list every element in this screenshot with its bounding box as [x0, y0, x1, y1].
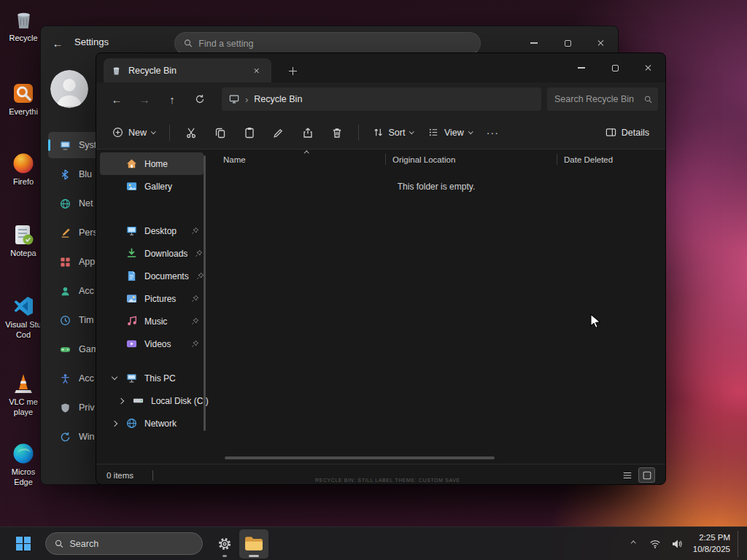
- explorer-sidebar: Home Gallery Desktop Downloads: [96, 149, 207, 464]
- gaming-icon: [60, 344, 71, 355]
- view-button[interactable]: View: [421, 120, 479, 145]
- tray-volume-button[interactable]: [667, 531, 687, 557]
- desktop-icon-label: Micros Edge: [12, 467, 35, 488]
- details-pane-icon: [605, 127, 616, 138]
- sidebar-item-pictures[interactable]: Pictures: [100, 287, 204, 310]
- user-avatar[interactable]: [50, 70, 88, 108]
- personalization-icon: [60, 228, 71, 238]
- nav-label: Syst: [79, 140, 96, 150]
- new-tab-button[interactable]: [283, 62, 302, 79]
- horizontal-scrollbar[interactable]: [225, 456, 495, 459]
- sidebar-item-gallery[interactable]: Gallery: [100, 175, 204, 198]
- sidebar-scrollbar[interactable]: [204, 155, 206, 431]
- up-button[interactable]: ↑: [159, 88, 185, 111]
- sidebar-item-music[interactable]: Music: [100, 310, 204, 332]
- explorer-file-area[interactable]: Name Original Location Date Deleted This…: [207, 149, 665, 464]
- explorer-close-button[interactable]: [632, 53, 665, 82]
- delete-button[interactable]: [322, 120, 352, 145]
- column-header-name[interactable]: Name: [223, 155, 385, 164]
- documents-icon: [126, 271, 137, 281]
- settings-search-input[interactable]: [198, 39, 471, 49]
- sidebar-item-documents[interactable]: Documents: [100, 265, 204, 287]
- sidebar-item-home[interactable]: Home: [100, 152, 204, 175]
- nav-label: Acc: [79, 373, 94, 384]
- desktop-icon-firefox[interactable]: Firefo: [1, 152, 45, 187]
- taskbar-settings-button[interactable]: [210, 529, 239, 559]
- start-button[interactable]: [9, 529, 38, 559]
- accounts-icon: [60, 286, 71, 297]
- sort-button[interactable]: Sort: [365, 120, 421, 145]
- desktop-icon-vlc-media-player[interactable]: VLC me playe: [1, 372, 45, 418]
- desktop-folder-icon: [126, 225, 137, 236]
- details-pane-button[interactable]: Details: [598, 120, 657, 145]
- sidebar-item-desktop[interactable]: Desktop: [100, 219, 204, 242]
- cut-button[interactable]: [177, 120, 206, 145]
- explorer-search-box[interactable]: [547, 88, 658, 111]
- copy-button[interactable]: [206, 120, 235, 145]
- sidebar-item-network[interactable]: Network: [100, 412, 204, 435]
- settings-window-title: Settings: [74, 36, 109, 47]
- sidebar-item-this-pc[interactable]: This PC: [100, 367, 204, 389]
- share-button[interactable]: [293, 120, 322, 145]
- details-view-button[interactable]: [619, 467, 635, 483]
- desktop-icon-notepad-plus-plus[interactable]: Notepa: [1, 223, 45, 259]
- sidebar-item-local-disk-c[interactable]: Local Disk (C:): [100, 389, 204, 412]
- column-header-date-deleted[interactable]: Date Deleted: [557, 155, 665, 164]
- taskbar-search-box[interactable]: [45, 532, 203, 555]
- tray-show-hidden-icons-button[interactable]: [623, 531, 643, 557]
- refresh-button[interactable]: [187, 88, 213, 111]
- settings-back-button[interactable]: ←: [47, 33, 69, 53]
- nav-label: App: [79, 257, 95, 267]
- accessibility-icon: [60, 373, 71, 384]
- running-indicator: [249, 555, 259, 557]
- desktop-icon-microsoft-edge[interactable]: Micros Edge: [1, 442, 45, 488]
- taskbar-search-input[interactable]: [69, 539, 193, 549]
- taskbar: 2:25 PM 10/8/2025: [0, 526, 747, 560]
- tab-close-button[interactable]: [249, 63, 264, 78]
- taskbar-clock[interactable]: 2:25 PM 10/8/2025: [693, 532, 730, 555]
- pin-icon: [191, 340, 199, 348]
- desktop-icon-everything[interactable]: Everythi: [1, 82, 45, 117]
- forward-button[interactable]: →: [131, 88, 158, 111]
- show-desktop-button[interactable]: [738, 531, 741, 557]
- sidebar-item-downloads[interactable]: Downloads: [100, 242, 204, 265]
- desktop-icon-recycle-bin[interactable]: Recycle: [1, 7, 45, 44]
- column-header-row: Name Original Location Date Deleted: [207, 149, 665, 169]
- chevron-right-icon[interactable]: [112, 420, 117, 426]
- rename-button[interactable]: [264, 120, 293, 145]
- desktop-icon-visual-studio-code[interactable]: Visual Stu Cod: [1, 295, 45, 341]
- nav-label: Acc: [79, 286, 94, 296]
- location-monitor-icon: [229, 94, 239, 104]
- paste-button[interactable]: [235, 120, 264, 145]
- back-button[interactable]: ←: [104, 88, 130, 111]
- more-options-button[interactable]: ···: [479, 127, 506, 139]
- taskbar-file-explorer-button[interactable]: [239, 529, 268, 559]
- settings-search-box[interactable]: [174, 32, 481, 55]
- apps-icon: [60, 257, 71, 268]
- explorer-maximize-button[interactable]: [598, 53, 632, 82]
- breadcrumb-path[interactable]: Recycle Bin: [254, 94, 302, 104]
- tray-network-button[interactable]: [645, 531, 665, 557]
- address-bar[interactable]: › Recycle Bin: [222, 88, 541, 111]
- chevron-right-icon[interactable]: [118, 397, 124, 403]
- pin-icon: [191, 317, 199, 325]
- explorer-window: Recycle Bin ← → ↑ › Recycle Bin: [96, 52, 666, 485]
- large-thumbnails-view-button[interactable]: [638, 467, 655, 483]
- chevron-down-icon: [151, 129, 155, 133]
- sort-icon: [373, 127, 384, 138]
- sidebar-item-videos[interactable]: Videos: [100, 332, 204, 355]
- explorer-search-input[interactable]: [554, 94, 641, 104]
- refresh-icon: [195, 94, 205, 104]
- new-button[interactable]: New: [105, 120, 163, 145]
- empty-folder-message: This folder is empty.: [207, 182, 665, 192]
- explorer-tab-recycle-bin[interactable]: Recycle Bin: [104, 58, 271, 82]
- new-label: New: [128, 128, 147, 138]
- explorer-titlebar[interactable]: Recycle Bin: [96, 53, 665, 82]
- nav-label: Priv: [79, 402, 95, 413]
- explorer-minimize-button[interactable]: [565, 53, 598, 82]
- sidebar-label: Downloads: [144, 249, 187, 259]
- chevron-down-icon[interactable]: [112, 374, 117, 380]
- sidebar-label: Music: [144, 316, 167, 327]
- chevron-down-icon: [410, 129, 414, 133]
- column-header-original-location[interactable]: Original Location: [386, 155, 557, 164]
